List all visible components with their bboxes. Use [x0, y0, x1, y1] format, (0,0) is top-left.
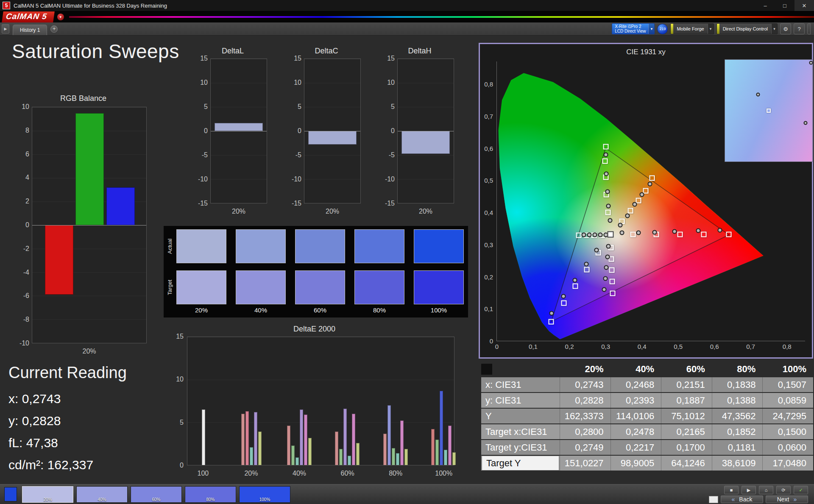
cie-measured-point [592, 233, 597, 237]
cie-y-tick: 0,8 [484, 81, 493, 88]
rgb-bar-red [45, 225, 73, 295]
next-icon: » [794, 496, 797, 503]
deltae-bar [300, 409, 303, 465]
delta-chart-title: DeltaL [198, 47, 268, 56]
cie-target-point [610, 290, 615, 296]
page-toggle[interactable] [709, 496, 718, 503]
cie-y-tick: 0,2 [484, 273, 493, 280]
inset-target-point [767, 109, 771, 113]
cie-y-tick: 0,1 [484, 305, 493, 312]
axis-tick-label: 4 [25, 174, 29, 181]
preview-swatch-label: 40% [77, 497, 127, 502]
axis-tick-label: -6 [23, 292, 29, 300]
table-cell: 0,2393 [610, 393, 661, 408]
rgb-balance-plot [32, 107, 147, 343]
settings-button[interactable]: ⚙ [780, 23, 791, 34]
table-cell: 0,2743 [560, 377, 610, 392]
axis-tick-label: -5 [389, 151, 395, 159]
cie-measured-point [582, 233, 586, 237]
back-icon: « [732, 496, 735, 503]
deltae-bar [202, 409, 205, 465]
rgb-balance-title: RGB Balance [18, 94, 148, 103]
current-patch-swatch[interactable] [4, 487, 17, 501]
check-button[interactable]: ✓ [794, 486, 808, 494]
cie-x-tick: 0,3 [601, 343, 610, 350]
deltae-bar [245, 411, 249, 465]
back-button[interactable]: « Back [721, 496, 763, 503]
axis-tick-label: -10 [385, 175, 395, 183]
cie-measured-point [608, 218, 612, 223]
delta-x-label: 20% [304, 208, 361, 215]
maximize-button[interactable]: □ [775, 0, 794, 11]
table-cell: 75,1012 [661, 409, 712, 423]
meter-button[interactable]: X-Rite i1Pro 2 LCD Direct View ▾ [612, 23, 655, 34]
toolbar-overflow-button[interactable] [807, 23, 811, 34]
minimize-button[interactable]: – [755, 0, 775, 11]
home-button[interactable]: ⌂ [759, 486, 773, 494]
table-cell: 162,3373 [560, 409, 610, 423]
play-button[interactable]: ▶ [742, 486, 756, 494]
table-row-label[interactable]: Target Y [482, 456, 559, 471]
delta-y-axis: 151050-5-10-15 [291, 58, 303, 203]
table-row: Y162,3373114,010675,101247,356224,7295 [481, 408, 813, 423]
preview-swatch-100%[interactable]: 100% [239, 486, 290, 503]
refresh-button[interactable]: ⟳ [776, 486, 791, 494]
cie-x-tick: 0,2 [565, 343, 574, 350]
table-cell: 0,1507 [762, 377, 813, 392]
rgb-y-axis: 1086420-2-4-6-8-10 [18, 107, 31, 343]
axis-tick-label: 15 [387, 55, 395, 62]
table-cell: 151,0227 [560, 456, 610, 471]
current-reading-title: Current Reading [8, 364, 161, 382]
source-button[interactable]: Mobile Forge ▾ [670, 23, 714, 34]
deltae-group [383, 337, 408, 465]
delta-y-axis: 151050-5-10-15 [198, 58, 209, 203]
display-control-label: Direct Display Control [719, 24, 771, 34]
table-cell: 0,2151 [661, 377, 712, 392]
meter-caret-icon[interactable]: ▾ [648, 24, 654, 34]
swatch-col-label: 20% [176, 306, 226, 314]
cie-target-point [726, 231, 732, 237]
axis-tick-label: 10 [200, 79, 208, 86]
cie-measured-point [625, 213, 630, 218]
source-label: Mobile Forge [673, 24, 707, 34]
logo-menu-caret-icon[interactable]: ▾ [57, 14, 64, 20]
logo-bar: CalMAN 5 ▾ [0, 11, 814, 22]
table-row-label: Y [481, 409, 560, 423]
next-button[interactable]: Next » [766, 496, 808, 503]
cie-measured-point [604, 265, 609, 270]
deltae-bar [250, 447, 253, 465]
preview-swatch-60%[interactable]: 60% [131, 486, 182, 503]
close-button[interactable]: ✕ [794, 0, 814, 11]
display-control-caret-icon[interactable]: ▾ [771, 24, 777, 34]
target-swatch [176, 270, 226, 304]
actual-swatch [236, 229, 286, 263]
delta-plot [304, 58, 361, 203]
deltae-bar [241, 414, 245, 465]
deltae-bar [348, 456, 351, 465]
deltae-title: DeltaE 2000 [173, 325, 456, 334]
cie-measured-point [587, 233, 592, 237]
stop-button[interactable]: ■ [724, 486, 739, 494]
preview-swatch-20%[interactable]: 20% [22, 486, 73, 503]
axis-tick-label: -5 [202, 151, 208, 159]
cie-measured-point [696, 228, 700, 233]
cie-measured-point [640, 192, 644, 197]
cie-measured-point [605, 254, 610, 259]
tab-history-1[interactable]: History 1 [13, 25, 47, 35]
cie-target-point [584, 267, 589, 273]
calman-logo[interactable]: CalMAN 5 [2, 11, 54, 22]
table-cell: 0,2828 [560, 393, 610, 408]
display-control-button[interactable]: Direct Display Control ▾ [716, 23, 778, 34]
tab-scroll-icon[interactable]: ▶ [2, 24, 9, 33]
meter-status-badge[interactable]: 219 [657, 24, 668, 34]
preview-swatch-80%[interactable]: 80% [185, 486, 236, 503]
help-button[interactable]: ? [794, 23, 805, 34]
deltae-bar [400, 420, 404, 465]
add-tab-button[interactable]: + [50, 25, 58, 33]
axis-tick-label: 10 [294, 79, 301, 86]
table-cell: 0,0600 [762, 440, 813, 455]
cie-target-point [630, 231, 636, 237]
table-row: Target y:CIE310,27490,22170,17000,11810,… [481, 439, 813, 455]
preview-swatch-40%[interactable]: 40% [76, 486, 128, 503]
source-caret-icon[interactable]: ▾ [708, 24, 714, 34]
